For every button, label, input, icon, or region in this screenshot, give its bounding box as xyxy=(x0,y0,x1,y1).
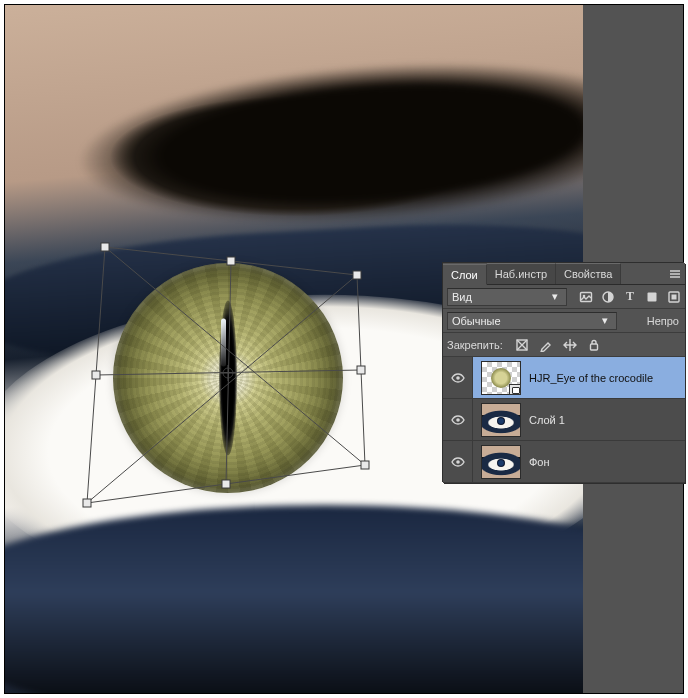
layer-filter-icons: T xyxy=(579,290,681,304)
tab-tool-presets[interactable]: Наб.инстр xyxy=(487,263,556,284)
svg-point-25 xyxy=(456,418,460,422)
lock-pixels-icon[interactable] xyxy=(539,338,553,352)
panel-tabs: Слои Наб.инстр Свойства xyxy=(443,263,685,285)
layer-name[interactable]: Слой 1 xyxy=(529,414,565,426)
svg-rect-21 xyxy=(672,294,677,299)
opacity-label: Непро xyxy=(647,315,681,327)
panel-menu-button[interactable] xyxy=(665,263,685,284)
lock-label: Закрепить: xyxy=(447,339,505,351)
filter-shape-icon[interactable] xyxy=(645,290,659,304)
layer-visibility-toggle[interactable] xyxy=(443,357,473,398)
layer-name[interactable]: HJR_Eye of the crocodile xyxy=(529,372,653,384)
svg-point-24 xyxy=(456,376,460,380)
filter-type-icon[interactable]: T xyxy=(623,290,637,304)
lock-row: Закрепить: xyxy=(443,333,685,357)
layer-filter-kind-value: Вид xyxy=(452,291,472,303)
layer-row[interactable]: Слой 1 xyxy=(443,399,685,441)
layer-visibility-toggle[interactable] xyxy=(443,441,473,482)
chevron-up-down-icon: ▾ xyxy=(598,314,612,327)
lock-all-icon[interactable] xyxy=(587,338,601,352)
layers-list: HJR_Eye of the crocodile Слой 1 Фон xyxy=(443,357,685,483)
layer-visibility-toggle[interactable] xyxy=(443,399,473,440)
filter-image-icon[interactable] xyxy=(579,290,593,304)
blend-mode-dropdown[interactable]: Обычные ▾ xyxy=(447,312,617,330)
layer-filter-row: Вид ▾ T xyxy=(443,285,685,309)
layers-panel: Слои Наб.инстр Свойства Вид ▾ T xyxy=(443,263,685,483)
tab-properties[interactable]: Свойства xyxy=(556,263,621,284)
layer-thumbnail[interactable] xyxy=(481,361,521,395)
blend-mode-value: Обычные xyxy=(452,315,501,327)
filter-adjustment-icon[interactable] xyxy=(601,290,615,304)
layer-row[interactable]: Фон xyxy=(443,441,685,483)
filter-smart-icon[interactable] xyxy=(667,290,681,304)
lock-transparency-icon[interactable] xyxy=(515,338,529,352)
layer-thumbnail[interactable] xyxy=(481,403,521,437)
svg-rect-23 xyxy=(590,344,597,350)
blend-opacity-row: Обычные ▾ Непро xyxy=(443,309,685,333)
layer-name[interactable]: Фон xyxy=(529,456,550,468)
image-lower-lid xyxy=(5,505,587,693)
overlay-crocodile-iris[interactable] xyxy=(113,263,343,493)
svg-point-26 xyxy=(456,460,460,464)
smart-object-badge-icon xyxy=(509,384,521,395)
tab-layers[interactable]: Слои xyxy=(443,264,487,285)
layer-filter-kind-dropdown[interactable]: Вид ▾ xyxy=(447,288,567,306)
layer-thumbnail[interactable] xyxy=(481,445,521,479)
chevron-down-icon: ▾ xyxy=(548,290,562,303)
svg-rect-19 xyxy=(648,292,657,301)
layer-row[interactable]: HJR_Eye of the crocodile xyxy=(443,357,685,399)
overlay-crocodile-pupil xyxy=(219,301,237,456)
lock-position-icon[interactable] xyxy=(563,338,577,352)
